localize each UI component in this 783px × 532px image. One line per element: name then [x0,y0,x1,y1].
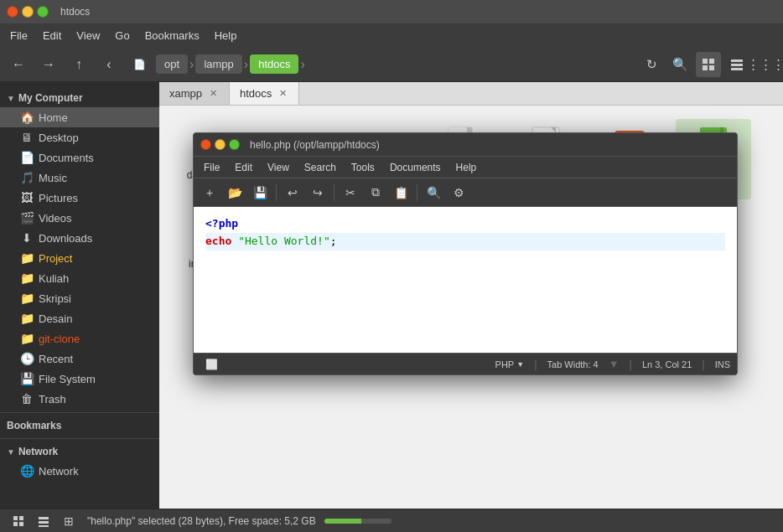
svg-rect-22 [19,516,23,520]
tab-xampp-label: xampp [169,87,202,100]
editor-menu-documents[interactable]: Documents [383,160,448,175]
svg-rect-1 [709,59,714,64]
breadcrumb: opt › lampp › htdocs › [156,54,635,74]
sidebar-my-computer-header[interactable]: ▼ My Computer [0,89,159,107]
menu-file[interactable]: File [3,27,34,44]
editor-close-button[interactable] [200,139,211,150]
toolbar-right: ↻ 🔍 ⋮⋮⋮ [639,52,778,77]
close-button[interactable] [7,6,18,18]
editor-cut-button[interactable]: ✂ [340,182,361,204]
sidebar-label-recent: Recent [39,353,153,365]
forward-button[interactable]: → [35,51,62,78]
videos-icon: 🎬 [20,211,34,225]
editor-menu-file[interactable]: File [197,160,226,175]
svg-rect-27 [39,525,49,527]
sidebar-item-project[interactable]: 📁 Project [0,248,159,268]
sidebar-item-kuliah[interactable]: 📁 Kuliah [0,268,159,288]
sidebar-label-network: Network [39,465,153,478]
back-button[interactable]: ← [5,51,32,78]
menu-go[interactable]: Go [108,27,136,44]
editor-menu-tools[interactable]: Tools [345,160,381,175]
editor-content[interactable]: <?php echo "Hello World!";​ [194,207,737,353]
sidebar-network-header[interactable]: ▼ Network [0,442,159,461]
sidebar-divider-1 [0,412,159,413]
editor-menu-edit[interactable]: Edit [228,160,259,175]
editor-toggle-button[interactable]: ⬜ [200,354,222,375]
desain-icon: 📁 [20,312,34,325]
bookmarks-label: Bookmarks [7,420,61,431]
breadcrumb-opt[interactable]: opt [156,54,188,74]
sidebar-item-downloads[interactable]: ⬇ Downloads [0,228,159,248]
minimize-button[interactable] [22,6,34,18]
sidebar-item-recent[interactable]: 🕒 Recent [0,349,159,369]
up-button[interactable]: ↑ [65,51,92,78]
project-icon: 📁 [20,251,34,265]
sidebar-item-music[interactable]: 🎵 Music [0,168,159,188]
editor-menu-search[interactable]: Search [298,160,343,175]
tab-htdocs-close[interactable]: ✕ [277,88,288,100]
editor-redo-button[interactable]: ↪ [307,182,329,204]
tab-xampp[interactable]: xampp ✕ [159,82,230,105]
sidebar-item-pictures[interactable]: 🖼 Pictures [0,188,159,208]
tab-htdocs-label: htdocs [240,87,272,100]
editor-new-button[interactable]: + [199,182,220,204]
menu-help[interactable]: Help [208,27,244,44]
tab-xampp-close[interactable]: ✕ [207,88,219,100]
sidebar: ▼ My Computer 🏠 Home 🖥 Desktop 📄 Documen… [0,82,159,509]
reload-button[interactable]: 📄 [126,51,153,78]
editor-replace-button[interactable]: ⚙ [448,182,469,204]
sidebar-item-desain[interactable]: 📁 Desain [0,308,159,328]
editor-copy-button[interactable]: ⧉ [365,182,386,204]
sidebar-item-documents[interactable]: 📄 Documents [0,147,159,168]
editor-save-button[interactable]: 💾 [249,182,271,204]
svg-rect-2 [703,65,708,70]
prev-location-button[interactable]: ‹ [96,51,122,78]
editor-undo-button[interactable]: ↩ [282,182,303,204]
editor-paste-button[interactable]: 📋 [390,182,412,204]
status-list-button[interactable] [34,511,54,531]
editor-tab-width[interactable]: Tab Width: 4 [547,359,599,369]
sidebar-item-desktop[interactable]: 🖥 Desktop [0,127,159,147]
sidebar-item-videos[interactable]: 🎬 Videos [0,208,159,228]
sidebar-item-network[interactable]: 🌐 Network [0,461,159,481]
editor-minimize-button[interactable] [215,139,226,150]
menu-edit[interactable]: Edit [36,27,68,44]
menu-view[interactable]: View [70,27,106,44]
menu-extra-button[interactable]: ⋮⋮⋮ [753,52,778,77]
sidebar-item-skripsi[interactable]: 📁 Skripsi [0,288,159,308]
sidebar-label-pictures: Pictures [39,192,153,204]
editor-window-controls[interactable] [200,139,240,150]
editor-open-button[interactable]: 📂 [224,182,246,204]
sidebar-bookmarks-header[interactable]: Bookmarks [0,416,159,435]
grid-view-button[interactable] [696,52,721,77]
window-controls[interactable] [7,6,49,18]
breadcrumb-htdocs[interactable]: htdocs [250,54,298,74]
sidebar-item-trash[interactable]: 🗑 Trash [0,389,159,409]
search-button[interactable]: 🔍 [667,52,692,77]
skripsi-icon: 📁 [20,292,34,305]
editor-maximize-button[interactable] [229,139,240,150]
code-line-3: echo "Hello World!";​ [205,233,725,251]
breadcrumb-lampp[interactable]: lampp [195,54,241,74]
editor-find-button[interactable]: 🔍 [423,182,444,204]
status-extra-button[interactable]: ⊞ [59,511,79,531]
maximize-button[interactable] [37,6,49,18]
editor-language[interactable]: PHP ▼ [495,359,525,369]
list-view-button[interactable] [724,52,749,77]
sidebar-label-music: Music [39,172,153,184]
reload-icon-button[interactable]: ↻ [639,52,664,77]
sidebar-item-filesystem[interactable]: 💾 File System [0,369,159,389]
menu-bookmarks[interactable]: Bookmarks [138,27,206,44]
sidebar-item-home[interactable]: 🏠 Home [0,107,159,127]
progress-bar-area [324,519,392,524]
breadcrumb-sep-2: › [244,57,248,72]
downloads-icon: ⬇ [20,231,34,245]
progress-bar [324,519,392,524]
editor-menu-view[interactable]: View [261,160,296,175]
kuliah-icon: 📁 [20,271,34,285]
status-grid-button[interactable] [8,511,29,531]
tab-htdocs[interactable]: htdocs ✕ [230,82,299,105]
sidebar-item-git-clone[interactable]: 📁 git-clone [0,328,159,349]
editor-menu-help[interactable]: Help [449,160,484,175]
home-icon: 🏠 [20,111,34,124]
